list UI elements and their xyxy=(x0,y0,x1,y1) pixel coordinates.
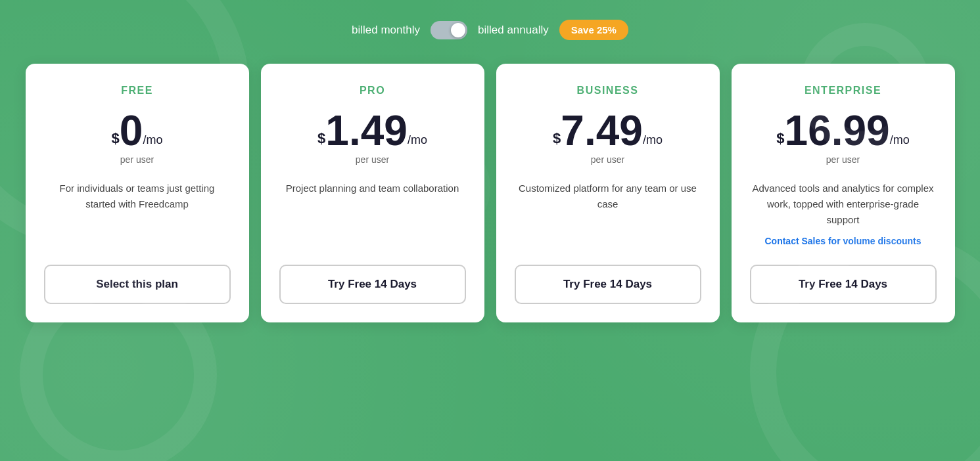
billing-annually-label: billed annually xyxy=(478,24,549,37)
plan-price-row-enterprise: $ 16.99 /mo xyxy=(750,110,937,152)
plan-name-enterprise: ENTERPRISE xyxy=(750,85,937,97)
toggle-thumb xyxy=(451,23,465,37)
plan-currency-pro: $ xyxy=(317,125,325,152)
plan-description-business: Customized platform for any team or use … xyxy=(515,181,701,246)
plan-card-enterprise: ENTERPRISE $ 16.99 /mo per user Advanced… xyxy=(732,64,955,322)
plan-amount-business: 7.49 xyxy=(561,110,643,152)
plan-price-row-free: $ 0 /mo xyxy=(44,110,231,152)
save-badge: Save 25% xyxy=(559,20,628,40)
plan-period-enterprise: /mo xyxy=(890,128,910,152)
plan-per-user-business: per user xyxy=(515,154,701,165)
plan-price-row-business: $ 7.49 /mo xyxy=(515,110,701,152)
plan-name-pro: PRO xyxy=(279,85,466,97)
plan-currency-business: $ xyxy=(553,125,561,152)
plan-name-free: FREE xyxy=(44,85,231,97)
plan-per-user-enterprise: per user xyxy=(750,154,937,165)
billing-toggle[interactable] xyxy=(431,21,467,39)
plan-price-row-pro: $ 1.49 /mo xyxy=(279,110,466,152)
plan-cta-btn-enterprise[interactable]: Try Free 14 Days xyxy=(750,265,937,304)
plan-card-free: FREE $ 0 /mo per user For individuals or… xyxy=(26,64,249,322)
plan-per-user-free: per user xyxy=(44,154,231,165)
contact-sales-link-enterprise[interactable]: Contact Sales for volume discounts xyxy=(750,236,937,246)
plan-period-free: /mo xyxy=(143,128,162,152)
plan-name-business: BUSINESS xyxy=(515,85,701,97)
billing-monthly-label: billed monthly xyxy=(352,24,420,37)
plan-cta-btn-pro[interactable]: Try Free 14 Days xyxy=(279,265,466,304)
plans-row: FREE $ 0 /mo per user For individuals or… xyxy=(17,64,964,322)
plan-currency-enterprise: $ xyxy=(776,125,784,152)
plan-currency-free: $ xyxy=(112,125,120,152)
plan-cta-btn-business[interactable]: Try Free 14 Days xyxy=(515,265,701,304)
plan-card-business: BUSINESS $ 7.49 /mo per user Customized … xyxy=(496,64,720,322)
plan-card-pro: PRO $ 1.49 /mo per user Project planning… xyxy=(261,64,484,322)
plan-cta-btn-free[interactable]: Select this plan xyxy=(44,265,231,304)
plan-description-pro: Project planning and team collaboration xyxy=(279,181,466,246)
plan-period-business: /mo xyxy=(643,128,663,152)
plan-amount-free: 0 xyxy=(120,110,143,152)
billing-toggle-row: billed monthly billed annually Save 25% xyxy=(352,20,628,40)
plan-per-user-pro: per user xyxy=(279,154,466,165)
plan-period-pro: /mo xyxy=(408,128,427,152)
plan-amount-pro: 1.49 xyxy=(325,110,408,152)
plan-description-free: For individuals or teams just getting st… xyxy=(44,181,231,246)
plan-amount-enterprise: 16.99 xyxy=(785,110,890,152)
plan-description-enterprise: Advanced tools and analytics for complex… xyxy=(750,181,937,228)
